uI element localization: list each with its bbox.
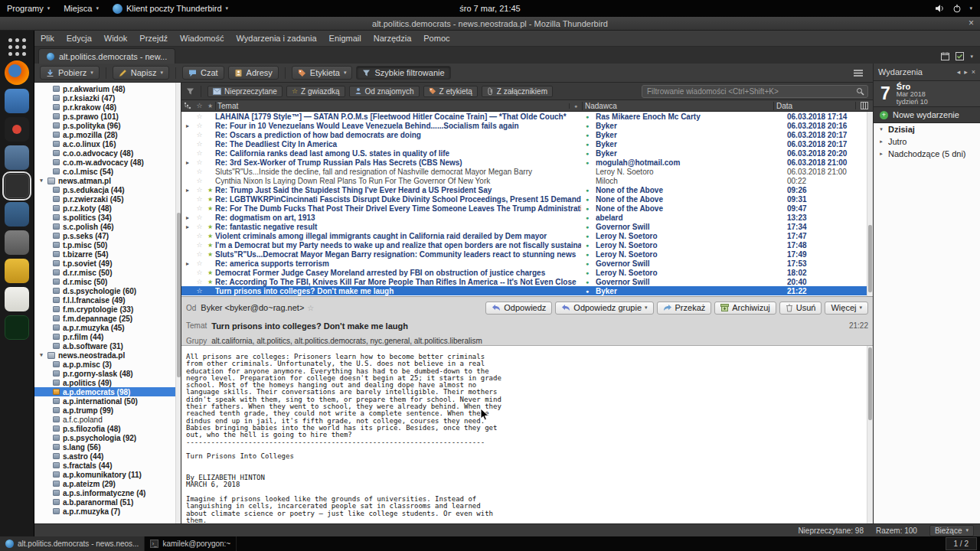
menu-widok[interactable]: Widok <box>98 34 134 43</box>
more-button[interactable]: Więcej▾ <box>825 302 868 315</box>
star-icon[interactable]: ☆ <box>194 287 205 295</box>
folder-p-s-edukacja[interactable]: p.s.edukacja (44) <box>34 185 181 194</box>
app-menu-hamburger-icon[interactable] <box>849 67 867 80</box>
gimp-icon[interactable] <box>5 230 29 255</box>
unread-dot-icon[interactable]: ● <box>581 132 593 138</box>
tag-button[interactable]: Etykieta▾ <box>292 66 353 80</box>
get-messages-button[interactable]: Pobierz▾ <box>40 66 100 80</box>
games-icon[interactable] <box>5 259 29 283</box>
message-row[interactable]: ▸☆★Re: fantastic negative result●Governo… <box>181 222 873 231</box>
folder-scrollbar[interactable] <box>175 83 181 523</box>
folder-s-politics[interactable]: s.politics (34) <box>34 213 181 222</box>
folder-a-b-software[interactable]: a.b.software (31) <box>34 341 181 350</box>
folder-p-r-z-koty[interactable]: p.r.z.koty (48) <box>34 204 181 213</box>
message-row[interactable]: ▸☆Re: america supports terrorism●Governo… <box>181 259 873 268</box>
twisty-icon[interactable]: ▸ <box>878 151 884 157</box>
folder-a-b-paranormal[interactable]: a.b.paranormal (51) <box>34 497 181 507</box>
volume-icon[interactable] <box>935 4 945 13</box>
unread-dot-icon[interactable]: ● <box>581 270 593 276</box>
menu-pomoc[interactable]: Pomoc <box>417 34 456 43</box>
screenshot-tool-icon[interactable] <box>5 174 29 198</box>
folder-p-s-prawo[interactable]: p.s.prawo (101) <box>34 112 181 121</box>
tasks-tab-icon[interactable] <box>956 52 964 60</box>
quick-filter-toggle-button[interactable]: Szybkie filtrowanie <box>356 66 450 80</box>
unread-dot-icon[interactable]: ● <box>581 187 593 193</box>
folder-a-p-mozilla[interactable]: a.p.mozilla (28) <box>34 130 181 139</box>
message-row[interactable]: ☆★Re: According To The FBI, Knives Kill … <box>181 277 873 286</box>
previous-day-icon[interactable]: ◂ <box>957 68 961 76</box>
reply-button[interactable]: Odpowiedz <box>485 302 552 315</box>
sender-column-header[interactable]: Nadawca <box>582 102 773 110</box>
collapse-icon[interactable]: ▾ <box>38 352 44 358</box>
filter-attachment-button[interactable]: Z załącznikiem <box>482 86 553 97</box>
folder-d-s-psychologie[interactable]: d.s.psychologie (60) <box>34 286 181 295</box>
unread-dot-icon[interactable]: ● <box>581 114 593 119</box>
thread-twisty-icon[interactable]: ▸ <box>181 159 194 166</box>
folder-a-p-r-muzyka[interactable]: a.p.r.muzyka (7) <box>34 507 181 516</box>
twisty-icon[interactable]: ▾ <box>878 126 884 132</box>
unread-dot-icon[interactable]: ● <box>581 151 593 156</box>
message-row[interactable]: ☆★I'm a Democrat but my Party needs to w… <box>181 240 873 249</box>
unread-dot-icon[interactable]: ● <box>581 142 593 147</box>
system-monitor-icon[interactable] <box>5 315 29 340</box>
star-icon[interactable]: ☆ <box>194 131 205 139</box>
taskbar-thunderbird-window[interactable]: alt.politics.democrats - news.neos... <box>0 536 145 551</box>
menu-enigmail[interactable]: Enigmail <box>323 34 368 43</box>
message-row[interactable]: ☆★Sluts"R"Us...Democrat Mayor Megan Barr… <box>181 249 873 259</box>
filter-starred-button[interactable]: ☆ Z gwiazdką <box>286 86 345 97</box>
star-icon[interactable]: ☆ <box>194 278 205 285</box>
folder-p-s-filozofia[interactable]: p.s.filozofia (48) <box>34 424 181 433</box>
message-row[interactable]: ☆Re: California ranks dead last among U.… <box>181 148 873 158</box>
apps-grid-icon[interactable] <box>5 37 29 57</box>
folder-a-p-komunikatory[interactable]: a.p.komunikatory (11) <box>34 470 181 479</box>
delete-button[interactable]: Usuń <box>779 302 822 315</box>
tab-list-icon[interactable]: ▾ <box>970 54 973 60</box>
close-today-pane-icon[interactable]: × <box>972 68 975 76</box>
star-icon[interactable]: ☆ <box>194 204 205 212</box>
window-close-button[interactable]: × <box>969 17 974 30</box>
text-editor-icon[interactable] <box>5 202 29 227</box>
unread-dot-icon[interactable]: ● <box>581 215 593 220</box>
column-picker-icon[interactable] <box>855 102 873 109</box>
message-row[interactable]: ☆Cynthia Nixon Is Laying Down Real Plans… <box>181 176 873 185</box>
thread-twisty-icon[interactable]: ▸ <box>181 122 194 129</box>
message-filter-input[interactable] <box>642 85 868 98</box>
unread-dot-icon[interactable]: ● <box>581 289 593 294</box>
star-icon[interactable]: ☆ <box>194 241 205 249</box>
menu-wiadomość[interactable]: Wiadomość <box>174 34 230 43</box>
unread-dot-icon[interactable]: ● <box>581 279 593 285</box>
folder-t-p-soviet[interactable]: t.p.soviet (49) <box>34 259 181 268</box>
power-icon[interactable] <box>952 4 962 13</box>
star-icon[interactable]: ☆ <box>194 122 205 129</box>
star-icon[interactable]: ☆ <box>194 149 205 157</box>
media-player-icon[interactable] <box>5 117 29 142</box>
message-list-scrollbar[interactable] <box>867 112 873 296</box>
message-row[interactable]: ☆Re: The Deadliest City In America●Byker… <box>181 139 873 148</box>
star-icon[interactable]: ☆ <box>194 214 205 221</box>
star-icon[interactable]: ☆ <box>194 223 205 230</box>
star-icon[interactable]: ☆ <box>194 177 205 184</box>
reply-to-group-button[interactable]: Odpowiedz grupie▾ <box>555 302 653 315</box>
message-row[interactable]: ☆★Violent criminals among illegal immigr… <box>181 231 873 240</box>
star-icon[interactable]: ☆ <box>194 250 205 258</box>
star-column-icon[interactable]: ☆ <box>194 102 205 109</box>
unread-dot-icon[interactable]: ● <box>581 224 593 230</box>
message-body-scrollbar[interactable] <box>867 346 873 523</box>
unread-dot-icon[interactable]: ● <box>581 261 593 266</box>
app-menu-thunderbird[interactable]: Klient poczty Thunderbird▾ <box>106 0 235 17</box>
folder-f-m-depannage[interactable]: f.m.depannage (25) <box>34 314 181 323</box>
folder-p-s-polityka[interactable]: p.s.polityka (96) <box>34 121 181 130</box>
message-row[interactable]: ☆LAHAINA [1779 Style™] — SATAN P.O.M.s [… <box>181 112 873 121</box>
folder-a-p-s-informatyczne[interactable]: a.p.s.informatyczne (4) <box>34 488 181 497</box>
message-row[interactable]: ▸☆Re: Four in 10 Venezuelans Would Leave… <box>181 121 873 130</box>
message-row[interactable]: ☆Turn prisons into colleges? Don't make … <box>181 286 873 295</box>
message-row[interactable]: ▸☆Re: 3rd Sex-Worker of Trump Russian Pa… <box>181 158 873 167</box>
clock[interactable]: śro 7 mar, 21:45 <box>459 4 521 13</box>
events-item-nadchodzące-5-dni[interactable]: ▸Nadchodzące (5 dni) <box>874 148 980 160</box>
message-row[interactable]: ☆Sluts"R"Us...Inside the decline, fall a… <box>181 167 873 176</box>
message-row[interactable]: ☆★Re: For The Dumb Fucks That Post Their… <box>181 204 873 213</box>
quota-view-dropdown[interactable]: Bieżące▾ <box>929 525 974 536</box>
chat-client-icon[interactable] <box>5 89 29 113</box>
folder-t-bizarre[interactable]: t.bizarre (54) <box>34 249 181 259</box>
folder-d-r-r-misc[interactable]: d.r.r.misc (50) <box>34 268 181 277</box>
